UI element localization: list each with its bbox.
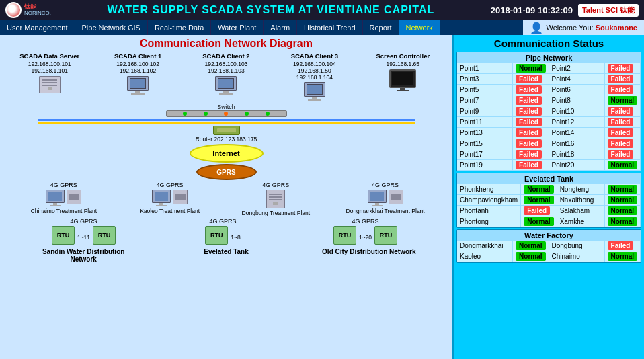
pipe-point12-name: Point12	[549, 117, 605, 128]
pipe-point19-status: Failed	[513, 160, 549, 171]
pipe-point19-badge: Failed	[516, 161, 542, 169]
tank-xamkhe-name: Xamkhe	[557, 216, 605, 227]
pipe-point4-badge: Failed	[608, 75, 634, 83]
rtu1-gprs: 4G GPRS	[70, 218, 97, 225]
client3-icon	[304, 82, 325, 101]
rtu2-label1: RTU	[205, 226, 228, 245]
rtu-row: 4G GPRS RTU 1~11 RTU 4G GPRS RTU	[11, 218, 442, 246]
pipe-point1-status: Normal	[513, 63, 549, 74]
nav-alarm[interactable]: Alarm	[264, 20, 297, 35]
gprs-ellipse: GPRS	[196, 164, 257, 180]
lan-wan-area: Router 202.123.183.175	[5, 118, 447, 143]
pipe-point8-name: Point8	[549, 95, 605, 106]
screen-icon	[389, 69, 416, 91]
pipe-point5-badge: Failed	[516, 85, 542, 94]
pipe-point20-name: Point20	[549, 160, 605, 171]
pipe-network-grid: Point1 Normal Point2 Failed Point3 Faile…	[457, 63, 641, 171]
tank-phonkheng-name: Phonkheng	[457, 184, 521, 195]
nav-realtime-data[interactable]: Real-time Data	[148, 20, 211, 35]
pipe-point20-badge: Normal	[608, 161, 637, 169]
plant4-server-icon	[389, 190, 403, 206]
water-factory-title: Water Factory	[457, 230, 641, 241]
pipe-point7-status: Failed	[513, 95, 549, 106]
client3-ip3: 192.168.1.104	[296, 74, 333, 81]
pipe-point10-status: Failed	[605, 106, 641, 117]
tank-nongteng-status: Normal	[605, 184, 641, 195]
tank-naxai-name: Naxaithong	[557, 195, 605, 206]
pipe-point17-status: Failed	[513, 149, 549, 160]
pipe-point6-name: Point6	[549, 85, 605, 95]
factory-dongbung-name: Dongbung	[549, 241, 605, 251]
header: 钛能 NORINCO. WATER SUPPLY SCADA SYSTEM AT…	[0, 0, 644, 20]
pipe-point19-name: Point19	[457, 160, 513, 171]
pipe-point5-status: Failed	[513, 85, 549, 95]
pipe-point10-badge: Failed	[608, 107, 634, 116]
pipe-point8-badge: Normal	[608, 96, 637, 105]
plant1-name: Chinaimo Treatment Plant	[31, 208, 97, 214]
bottom-label-oldcity: Old City Distribution Network	[315, 248, 423, 263]
tank-champa-name: Champaviengkham	[457, 195, 521, 206]
rtu3-label1: RTU	[333, 226, 356, 245]
factory-kaoleo-name: Kaoleo	[457, 251, 513, 262]
pipe-point18-status: Failed	[605, 149, 641, 160]
factory-kaoleo-badge: Normal	[516, 252, 545, 261]
plant2-server-icon	[173, 190, 188, 206]
screen-ip1: 192.168.1.65	[386, 61, 419, 67]
router-area: Router 202.123.183.175	[196, 126, 257, 143]
logo-text-bottom: NORINCO.	[24, 11, 51, 17]
tank-phontong-badge: Normal	[524, 217, 553, 226]
nav-historical-trend[interactable]: Historical Trend	[297, 20, 362, 35]
tank-phontanh-name: Phontanh	[457, 206, 521, 216]
nav-water-plant[interactable]: Water Plant	[211, 20, 264, 35]
plant2-icon-group	[152, 190, 188, 206]
factory-dongmarkkhai-badge: Normal	[516, 241, 545, 250]
tank-nongteng-badge: Normal	[608, 185, 637, 194]
pipe-point2-status: Failed	[605, 63, 641, 74]
datetime-display: 2018-01-09 10:32:09	[491, 5, 573, 15]
rtu1-range: 1~11	[77, 234, 90, 245]
pipe-point15-status: Failed	[513, 138, 549, 149]
client1-ip1: 192.168.100.102	[116, 61, 159, 67]
pipe-point14-status: Failed	[605, 128, 641, 138]
tank-champa-badge: Normal	[524, 196, 553, 204]
rtu2-boxes: RTU 1~8	[205, 226, 240, 245]
rtu1-label1: RTU	[52, 226, 75, 245]
pipe-point10-name: Point10	[549, 106, 605, 117]
client1-ip2: 192.168.1.102	[120, 67, 156, 74]
main-content: Communication Network Diagram SCADA Data…	[0, 35, 644, 359]
pipe-point7-name: Point7	[457, 95, 513, 106]
logo-icon	[5, 2, 22, 18]
client3-ip1: 192.168.100.104	[293, 61, 336, 67]
pipe-point14-badge: Failed	[608, 128, 634, 137]
rtu3-label2: RTU	[374, 226, 397, 245]
welcome-bar: 👤 Welcome You: Soukamone	[523, 20, 644, 35]
nav-network[interactable]: Network	[399, 20, 440, 35]
rtu1-boxes: RTU 1~11 RTU	[52, 226, 116, 245]
evelated-tank-grid: Phonkheng Normal Nongteng Normal Champav…	[457, 184, 641, 227]
plant4-name: Dongmarkkhai Treatment Plant	[346, 208, 425, 214]
logo-area: 钛能 NORINCO.	[5, 2, 51, 18]
plant3-server-icon	[266, 190, 285, 208]
servers-row: SCADA Data Server 192.168.100.101 192.16…	[5, 52, 447, 101]
nav-user-management[interactable]: User Management	[0, 20, 75, 35]
rtu2-box1: RTU	[205, 226, 228, 245]
pipe-point11-badge: Failed	[516, 118, 542, 126]
rtu3-box2: RTU	[374, 226, 397, 245]
tank-naxai-status: Normal	[605, 195, 641, 206]
rtu1-label2: RTU	[93, 226, 116, 245]
lan-line	[38, 119, 415, 121]
pipe-point17-badge: Failed	[516, 150, 542, 159]
scada-client-1: SCADA Client 1 192.168.100.102 192.168.1…	[101, 52, 175, 95]
nav-report[interactable]: Report	[363, 20, 399, 35]
server-label: SCADA Data Server	[19, 52, 79, 60]
nav-pipe-network[interactable]: Pipe Network GIS	[75, 20, 148, 35]
pipe-network-title: Pipe Network	[457, 52, 641, 63]
factory-dongbung-badge: Failed	[608, 241, 634, 250]
plant1-icon-group	[46, 190, 81, 206]
plant1-gprs: 4G GPRS	[50, 182, 77, 188]
factory-kaoleo-status: Normal	[513, 251, 549, 262]
pipe-point15-badge: Failed	[516, 139, 542, 148]
server-icon-group	[39, 76, 61, 93]
client3-ip2: 192.168.1.50	[298, 67, 331, 74]
plant1-server-icon	[67, 190, 81, 206]
